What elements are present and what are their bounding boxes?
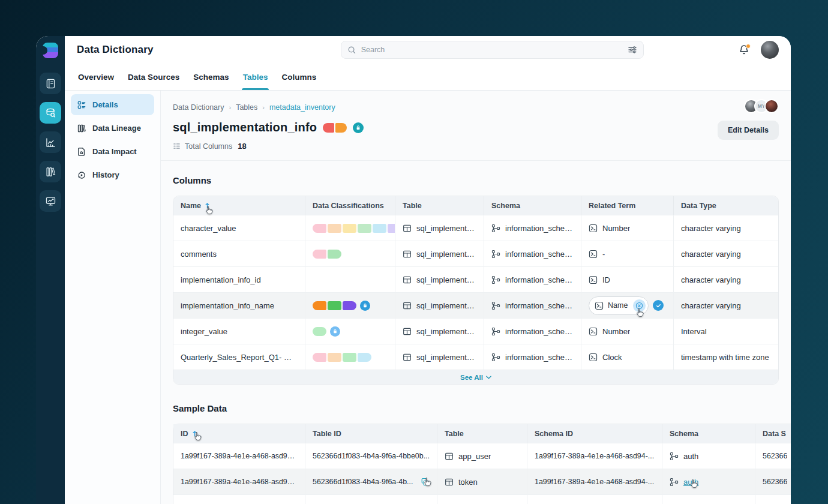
tab-tables[interactable]: Tables [243, 64, 268, 90]
table-icon [403, 224, 412, 233]
cell-data-source-id: 562366 [755, 495, 791, 504]
table-row[interactable]: commentssql_implementation_i...informati… [173, 241, 778, 266]
subnav-item-details[interactable]: Details [71, 94, 154, 115]
schema-name: information_schema [505, 250, 574, 259]
tab-overview[interactable]: Overview [78, 64, 114, 90]
cell-data-type: character varying [674, 293, 779, 318]
cell-table: sql_implementation_i... [395, 267, 484, 292]
breadcrumb-current[interactable]: metadata_inventory [269, 103, 335, 112]
subnav-item-data-impact[interactable]: Data Impact [71, 141, 154, 162]
remove-term-button[interactable] [633, 299, 646, 312]
data-type: timestamp with time zone [681, 353, 769, 362]
classification-chip [313, 224, 326, 233]
table-row[interactable]: Quarterly_Sales_Report_Q1- Q2_...sql_imp… [173, 344, 778, 370]
term-icon [595, 301, 604, 310]
notifications-bell-icon[interactable] [738, 44, 750, 56]
see-all-button[interactable]: See All [460, 374, 491, 381]
table-row[interactable]: implementation_info_idsql_implementation… [173, 266, 778, 292]
notebook-icon[interactable] [40, 73, 61, 94]
schema-link[interactable]: auth [683, 478, 698, 487]
column-header[interactable]: Schema [484, 196, 581, 215]
cell-related-term: - [581, 241, 674, 266]
schema-icon [670, 452, 679, 461]
app-logo-icon[interactable] [43, 43, 58, 58]
tab-columns[interactable]: Columns [281, 64, 316, 90]
table-row[interactable]: integer_valuesql_implementation_i...info… [173, 318, 778, 344]
column-header[interactable]: Table [437, 424, 527, 443]
history-icon [77, 170, 86, 180]
table-row[interactable]: character_valuesql_implementation_i...in… [173, 215, 778, 241]
column-header[interactable]: Data Classifications [305, 196, 395, 215]
monitor-chart-icon[interactable] [40, 190, 61, 212]
breadcrumb-data-dictionary[interactable]: Data Dictionary [173, 103, 224, 112]
cell-related-term: Clock [581, 344, 674, 370]
column-header[interactable]: Name [173, 196, 305, 215]
sample-data-section-title: Sample Data [173, 403, 779, 413]
subnav-label: Data Impact [92, 147, 137, 156]
column-header[interactable]: Schema ID [527, 424, 662, 443]
search-input[interactable] [361, 46, 623, 54]
edit-details-button[interactable]: Edit Details [718, 121, 779, 140]
cell-data-type: timestamp with time zone [674, 344, 779, 370]
page-header: Data Dictionary › Tables › metadata_inve… [161, 91, 791, 161]
subnav-item-data-lineage[interactable]: Data Lineage [71, 118, 154, 139]
cell-data-type: Interval [674, 319, 779, 344]
schema-icon [491, 353, 500, 362]
related-term-input[interactable]: Name [589, 296, 649, 315]
cell-schema: auth [662, 469, 755, 494]
column-header[interactable]: ID [173, 424, 305, 443]
sort-ascending-icon[interactable] [205, 202, 210, 209]
column-header-label: Table [403, 202, 422, 210]
desktop-background: Data Dictionary Overview Data Sources [0, 0, 828, 504]
analytics-icon[interactable] [40, 131, 61, 153]
schema-id: 1a99f167-389a-4e1e-a468-asd94-... [535, 478, 654, 486]
confirm-term-button[interactable] [653, 300, 664, 311]
icon-rail [36, 36, 65, 504]
title-row: sql_implementation_info [173, 121, 779, 134]
cell-data-classifications [305, 344, 395, 370]
column-header[interactable]: Data Type [674, 196, 779, 215]
table-row[interactable]: 1a99f167-389a-4e1e-a468-asd94-...562366d… [173, 494, 791, 504]
table-row[interactable]: implementation_info_namesql_implementati… [173, 292, 778, 318]
related-term-value: Name [608, 301, 629, 310]
classification-chip [343, 301, 356, 310]
term-icon [589, 224, 598, 233]
database-search-icon[interactable] [40, 102, 61, 124]
tab-schemas[interactable]: Schemas [193, 64, 229, 90]
column-header[interactable]: Schema [662, 424, 755, 443]
search-bar[interactable] [341, 41, 644, 59]
column-name: implementation_info_name [181, 301, 274, 310]
filter-sliders-icon[interactable] [628, 45, 637, 55]
tab-data-sources[interactable]: Data Sources [128, 64, 179, 90]
column-header[interactable]: Table ID [305, 424, 437, 443]
column-name: comments [181, 250, 217, 259]
lineage-icon [77, 124, 86, 133]
table-icon [403, 301, 412, 310]
sort-ascending-icon[interactable] [192, 430, 197, 437]
cell-data-classifications [305, 319, 395, 344]
table-icon [403, 327, 412, 336]
copy-button[interactable] [421, 478, 430, 487]
cell-data-classifications [305, 241, 395, 266]
side-navigation: Details Data Lineage Data Impact History [65, 91, 161, 504]
related-term-value: Number [602, 224, 630, 233]
collaborator-avatar[interactable] [764, 99, 779, 113]
term-icon [589, 353, 598, 362]
schema-name: information_schema [505, 275, 574, 284]
user-avatar[interactable] [761, 41, 779, 59]
table-row[interactable]: 1a99f167-389a-4e1e-a468-asd94-...562366d… [173, 469, 791, 494]
column-header[interactable]: Data S [755, 424, 791, 443]
cell-schema-id: 1a99f167-389a-4e1e-a468-asd94-... [527, 443, 662, 469]
breadcrumb-tables[interactable]: Tables [236, 103, 257, 112]
column-header[interactable]: Related Term [581, 196, 674, 215]
classification-chip [328, 301, 341, 310]
impact-icon [77, 147, 86, 157]
classification-chip [313, 327, 326, 336]
subnav-item-history[interactable]: History [71, 164, 154, 185]
library-icon[interactable] [40, 161, 61, 182]
classification-chip [388, 224, 395, 233]
column-name: integer_value [181, 327, 227, 336]
table-row[interactable]: 1a99f167-389a-4e1e-a468-asd94-...562366d… [173, 443, 791, 469]
column-header[interactable]: Table [395, 196, 484, 215]
classification-chip [358, 224, 371, 233]
